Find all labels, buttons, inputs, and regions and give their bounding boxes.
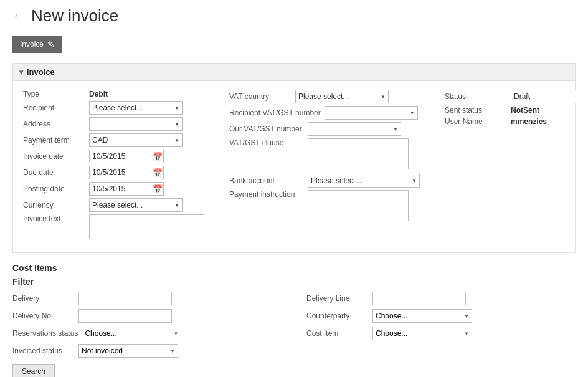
cost-item-select-wrapper: Choose... Option 1 Option 2 [372,327,472,340]
bank-account-row: Bank account Please select... [229,174,420,188]
edit-icon: ✎ [47,39,55,49]
due-date-row: Due date 📅 [23,166,204,179]
type-label: Type [23,90,85,98]
delivery-line-label: Delivery Line [306,294,369,303]
left-pane: Type Debit Recipient Please select... Ad… [23,90,204,244]
invoice-section-header: ▾ Invoice [13,64,575,81]
invoice-section: ▾ Invoice Type Debit Recipient Please se… [12,63,576,253]
invoiced-status-select[interactable]: Not invoiced Invoiced All [78,344,178,358]
invoiced-status-select-wrapper: Not invoiced Invoiced All [78,344,178,358]
due-date-wrapper: 📅 [89,166,164,179]
counterparty-row: Counterparty Choose... Option 1 Option 2 [306,309,576,323]
cost-item-row: Cost Item Choose... Option 1 Option 2 [306,327,576,340]
address-row: Address [23,117,204,131]
counterparty-select[interactable]: Choose... Option 1 Option 2 [372,309,472,323]
vat-gst-clause-label: VAT/GST clause [229,138,304,147]
right-pane: Status Draft Submitted Approved Sent sta… [445,90,588,244]
vat-gst-clause-wrapper [308,138,409,171]
middle-pane: VAT country Please select... Recipient V… [229,90,420,244]
delivery-input[interactable] [78,292,172,305]
posting-date-icon[interactable]: 📅 [153,184,163,194]
status-select-wrapper: Draft Submitted Approved [511,90,588,103]
invoice-text-input[interactable] [89,214,204,239]
recipient-vat-select-wrapper [325,106,418,120]
currency-select-wrapper: Please select... [89,198,183,212]
currency-select[interactable]: Please select... [89,198,183,212]
invoice-date-wrapper: 📅 [89,150,164,163]
payment-instruction-input[interactable] [308,190,409,221]
type-row: Type Debit [23,90,204,98]
search-button[interactable]: Search [12,364,55,377]
user-name-label: User Name [445,117,507,126]
payment-term-label: Payment term [23,136,85,145]
user-name-value: mmenzies [511,117,547,126]
currency-row: Currency Please select... [23,198,204,212]
delivery-label: Delivery [12,294,75,303]
bank-account-select[interactable]: Please select... [308,174,420,188]
address-label: Address [23,120,85,128]
invoice-date-icon[interactable]: 📅 [153,152,163,161]
posting-date-row: Posting date 📅 [23,182,204,196]
recipient-row: Recipient Please select... [23,101,204,115]
our-vat-select-wrapper [308,122,401,136]
recipient-vat-select[interactable] [325,106,418,120]
filter-title: Filter [12,277,576,287]
invoice-text-wrapper [89,214,204,241]
our-vat-label: Our VAT/GST number [229,125,304,133]
vat-gst-clause-row: VAT/GST clause [229,138,420,171]
vat-country-row: VAT country Please select... [229,90,420,103]
address-select[interactable] [89,117,183,131]
page-header: ← New invoice [12,6,576,26]
tab-bar: Invoice ✎ [12,36,576,53]
invoiced-status-row: Invoiced status Not invoiced Invoiced Al… [12,344,282,358]
counterparty-label: Counterparty [306,312,369,320]
due-date-label: Due date [23,168,85,177]
bank-account-select-wrapper: Please select... [308,174,420,188]
reservations-select-wrapper: Choose... Option 1 Option 2 [82,327,181,340]
invoice-date-label: Invoice date [23,152,85,161]
vat-gst-clause-input[interactable] [308,138,409,169]
payment-term-row: Payment term CAD [23,133,204,147]
status-row: Status Draft Submitted Approved [445,90,588,103]
due-date-icon[interactable]: 📅 [153,168,163,178]
currency-label: Currency [23,201,85,209]
user-name-row: User Name mmenzies [445,117,588,126]
cost-item-label: Cost Item [306,329,369,338]
payment-instruction-row: Payment instruction [229,190,420,223]
invoice-section-title: Invoice [27,67,55,77]
type-value: Debit [89,90,108,98]
invoice-text-label: Invoice text [23,214,85,223]
vat-country-select[interactable]: Please select... [295,90,389,103]
bank-account-label: Bank account [229,176,304,185]
reservations-status-select[interactable]: Choose... Option 1 Option 2 [82,327,181,340]
payment-instruction-label: Payment instruction [229,190,304,199]
delivery-line-input[interactable] [372,292,466,305]
recipient-vat-label: Recipient VAT/GST number [229,108,321,117]
back-button[interactable]: ← [12,9,24,22]
our-vat-select[interactable] [308,122,401,136]
delivery-no-input[interactable] [78,309,172,323]
delivery-no-label: Delivery No [12,312,75,320]
cost-items-section: Cost Items Filter Delivery Delivery Line… [12,263,576,377]
recipient-vat-row: Recipient VAT/GST number [229,106,420,120]
vat-country-label: VAT country [229,92,292,101]
sent-status-row: Sent status NotSent [445,106,588,115]
invoice-tab[interactable]: Invoice ✎ [12,36,62,53]
cost-item-select[interactable]: Choose... Option 1 Option 2 [372,327,472,340]
sent-status-value: NotSent [511,106,539,115]
reservations-status-label: Reservations status [12,329,78,338]
invoice-text-row: Invoice text [23,214,204,241]
invoice-section-body: Type Debit Recipient Please select... Ad… [13,81,575,252]
recipient-select[interactable]: Please select... [89,101,183,115]
address-select-wrapper [89,117,183,131]
invoice-date-row: Invoice date 📅 [23,150,204,163]
cost-items-title: Cost Items [12,263,576,273]
section-toggle-icon[interactable]: ▾ [19,68,23,77]
payment-term-select[interactable]: CAD [89,133,183,147]
delivery-no-row: Delivery No [12,309,282,323]
counterparty-select-wrapper: Choose... Option 1 Option 2 [372,309,472,323]
payment-instruction-wrapper [308,190,409,223]
status-select[interactable]: Draft Submitted Approved [511,90,588,103]
posting-date-wrapper: 📅 [89,182,164,196]
delivery-row: Delivery [12,292,282,305]
